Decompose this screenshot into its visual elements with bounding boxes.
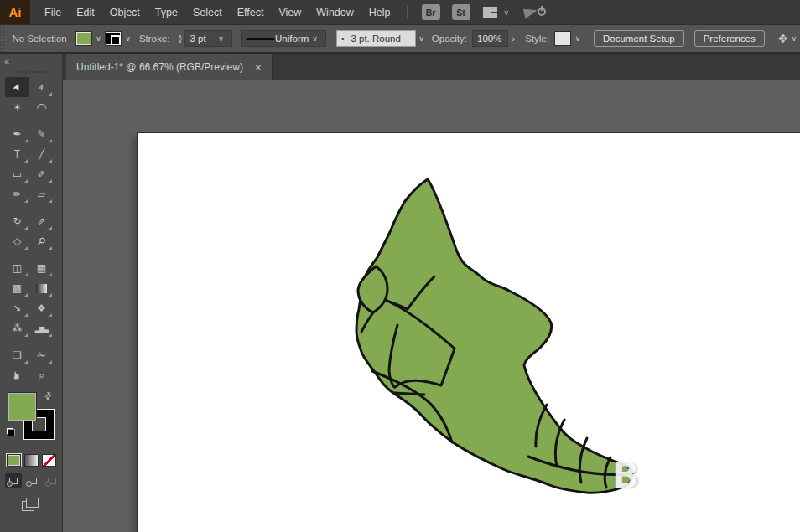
line-segment-tool[interactable]: ╱ (29, 144, 54, 164)
none-button[interactable] (42, 454, 56, 467)
puppet-warp-tool[interactable]: ⚲ (29, 231, 54, 251)
mesh-tool[interactable]: ▩ (5, 278, 29, 298)
direct-selection-tool[interactable]: ➢ (29, 77, 54, 97)
menu-item-type[interactable]: Type (148, 0, 185, 24)
control-bar-grip[interactable] (0, 25, 5, 52)
artwork-body-outline[interactable] (356, 179, 632, 493)
menu-items: FileEditObjectTypeSelectEffectViewWindow… (37, 0, 398, 24)
type-tool[interactable]: T (5, 144, 29, 164)
power-icon (538, 8, 546, 16)
width-profile-dropdown[interactable]: Uniform ∨ (241, 30, 326, 47)
document-setup-button[interactable]: Document Setup (594, 30, 684, 47)
menu-item-object[interactable]: Object (102, 0, 148, 24)
shape-builder-tool[interactable]: ◫ (5, 258, 29, 278)
fill-stroke-area: ⇄ (0, 390, 63, 451)
eyedropper-icon: ➘ (13, 302, 21, 314)
fill-indicator[interactable] (8, 392, 37, 421)
document-tab[interactable]: Untitled-1* @ 66.67% (RGB/Preview) × (66, 54, 273, 80)
eyedropper-tool[interactable]: ➘ (5, 298, 29, 318)
opacity-field[interactable]: 100% (472, 30, 508, 47)
menu-item-file[interactable]: File (37, 0, 69, 24)
menu-item-help[interactable]: Help (361, 0, 398, 24)
lasso-tool[interactable]: ◠ (29, 97, 54, 117)
menu-item-effect[interactable]: Effect (230, 0, 272, 24)
magic-wand-tool[interactable]: ✶ (5, 97, 29, 117)
style-swatch[interactable] (554, 31, 572, 46)
stroke-chevron-icon[interactable]: ∨ (122, 33, 134, 44)
draw-inside-button[interactable] (44, 473, 60, 488)
stroke-label[interactable]: Stroke: (139, 34, 169, 44)
symbol-sprayer-tool[interactable]: ⁂ (5, 318, 29, 338)
metapod-artwork[interactable] (138, 133, 800, 532)
rotate-tool[interactable]: ↻ (5, 211, 29, 231)
zoom-tool[interactable]: ⌕ (29, 365, 54, 385)
sync-share-icon[interactable] (524, 6, 546, 19)
brush-chevron-icon[interactable]: ∨ (416, 33, 427, 44)
illustrator-logo[interactable]: Ai (0, 0, 30, 24)
style-label[interactable]: Style: (525, 34, 549, 44)
shaper-tool[interactable]: ✏ (5, 184, 29, 204)
menu-item-select[interactable]: Select (185, 0, 230, 24)
artboard[interactable]: B (138, 133, 800, 532)
blend-tool[interactable]: ❖ (29, 298, 54, 318)
gradient-button[interactable] (24, 454, 39, 467)
column-graph-tool[interactable]: ▂▆▃ (29, 318, 54, 338)
brush-preview-dot: • (341, 34, 345, 44)
menu-item-edit[interactable]: Edit (69, 0, 102, 24)
curvature-tool[interactable]: ✎ (29, 124, 54, 144)
scale-tool[interactable]: ⇗ (29, 211, 54, 231)
slice-tool[interactable]: ✁ (29, 345, 54, 365)
step-down-icon[interactable]: ∨ (178, 39, 182, 43)
tools-panel-grip[interactable] (14, 70, 48, 74)
mesh-icon: ▩ (13, 282, 22, 294)
swap-fill-stroke-icon[interactable]: ⇄ (42, 390, 55, 403)
line-segment-icon: ╱ (39, 148, 44, 160)
eraser-tool[interactable]: ▱ (29, 184, 54, 204)
extra-chevron-icon[interactable]: ∨ (787, 33, 800, 44)
draw-behind-button[interactable] (24, 473, 41, 488)
draw-normal-button[interactable] (5, 473, 22, 488)
hand-tool[interactable]: ☛ (5, 365, 29, 385)
brush-dropdown[interactable]: • 3 pt. Round (336, 30, 416, 47)
close-tab-icon[interactable]: × (255, 61, 262, 74)
fill-chevron-icon[interactable]: ∨ (92, 33, 105, 44)
canvas-pasteboard[interactable]: B (63, 80, 800, 532)
stroke-weight-stepper[interactable]: ∧ ∨ (178, 34, 182, 43)
width-tool[interactable]: ◇ (5, 231, 29, 251)
workspace-chevron-icon[interactable]: ∨ (504, 8, 510, 17)
stock-button[interactable]: St (452, 4, 470, 20)
plane-icon (523, 6, 538, 18)
fill-color-swatch[interactable] (75, 31, 93, 46)
menu-item-view[interactable]: View (271, 0, 309, 24)
selection-status[interactable]: No Selection (12, 34, 66, 44)
menu-item-window[interactable]: Window (309, 0, 361, 24)
paintbrush-tool[interactable]: ✐ (29, 164, 54, 184)
gradient-tool[interactable] (29, 278, 54, 298)
default-fill-stroke-icon[interactable] (6, 427, 15, 436)
selection-tools-icon[interactable]: ✥ (778, 32, 788, 45)
preferences-button[interactable]: Preferences (694, 30, 765, 47)
opacity-label[interactable]: Opacity: (432, 34, 467, 44)
stroke-weight-field[interactable]: 3 pt ∨ (184, 30, 231, 47)
lasso-icon: ◠ (36, 101, 46, 114)
watermark-letter: B (612, 455, 639, 496)
screen-mode-button[interactable] (22, 498, 39, 509)
width-profile-chevron-icon[interactable]: ∨ (309, 33, 321, 44)
color-button[interactable] (7, 454, 21, 467)
selection-tool[interactable]: ➤ (5, 77, 29, 97)
artwork-foot-notch-line[interactable] (394, 393, 424, 395)
perspective-grid-tool[interactable]: ▦ (29, 258, 54, 278)
stroke-weight-chevron-icon[interactable]: ∨ (215, 33, 227, 44)
stroke-color-swatch[interactable] (105, 31, 122, 46)
collapse-panel-icon[interactable]: « (0, 54, 62, 66)
workspace-switcher-icon[interactable] (483, 7, 497, 18)
selection-icon: ➤ (10, 80, 24, 93)
bridge-button[interactable]: Br (422, 4, 440, 20)
paintbrush-icon: ✐ (37, 168, 45, 180)
style-chevron-icon[interactable]: ∨ (571, 33, 584, 44)
rectangle-tool[interactable]: ▭ (5, 164, 29, 184)
pen-tool[interactable]: ✒ (5, 124, 29, 144)
opacity-more-icon[interactable]: › (508, 34, 520, 44)
artboard-tool[interactable]: ❏ (5, 345, 29, 365)
zoom-icon: ⌕ (39, 369, 44, 381)
